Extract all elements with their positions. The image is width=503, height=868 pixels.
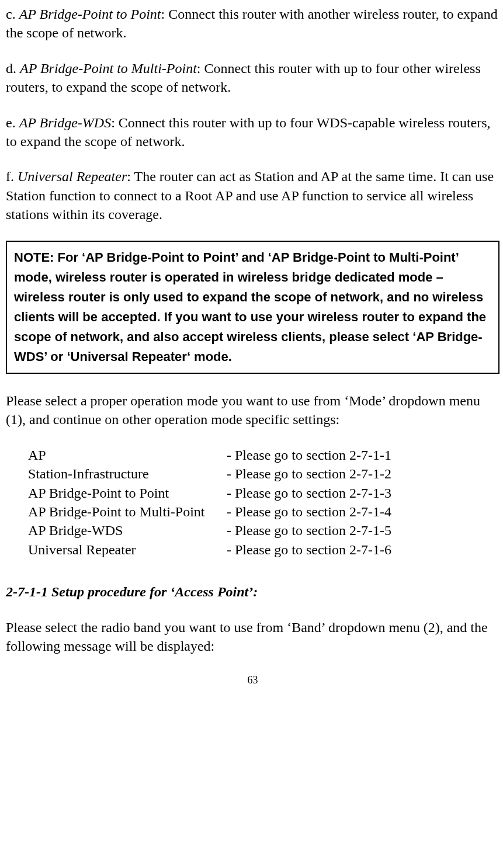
- mode-row: Universal Repeater - Please go to sectio…: [28, 540, 499, 559]
- paragraph-c: c. AP Bridge-Point to Point: Connect thi…: [6, 5, 499, 43]
- prefix-d: d.: [6, 61, 20, 76]
- prefix-f: f.: [6, 169, 18, 184]
- note-box: NOTE: For ‘AP Bridge-Point to Point’ and…: [6, 241, 499, 374]
- section-heading: 2-7-1-1 Setup procedure for ‘Access Poin…: [6, 582, 499, 601]
- title-e: AP Bridge-WDS: [19, 115, 112, 130]
- mode-list: AP - Please go to section 2-7-1-1 Statio…: [28, 446, 499, 559]
- mode-section: - Please go to section 2-7-1-4: [227, 502, 391, 521]
- paragraph-f: f. Universal Repeater: The router can ac…: [6, 167, 499, 224]
- mode-section: - Please go to section 2-7-1-3: [227, 484, 391, 502]
- mode-label: AP Bridge-Point to Point: [28, 484, 227, 502]
- band-paragraph: Please select the radio band you want to…: [6, 618, 499, 656]
- mode-row: AP Bridge-Point to Point - Please go to …: [28, 484, 499, 502]
- mode-label: Universal Repeater: [28, 540, 227, 559]
- title-d: AP Bridge-Point to Multi-Point: [20, 61, 197, 76]
- mode-row: AP Bridge-WDS - Please go to section 2-7…: [28, 521, 499, 540]
- mode-row: AP - Please go to section 2-7-1-1: [28, 446, 499, 464]
- mode-section: - Please go to section 2-7-1-6: [227, 540, 391, 559]
- mode-label: Station-Infrastructure: [28, 464, 227, 483]
- paragraph-d: d. AP Bridge-Point to Multi-Point: Conne…: [6, 59, 499, 97]
- title-c: AP Bridge-Point to Point: [19, 6, 161, 22]
- page-number: 63: [6, 673, 499, 687]
- mode-section: - Please go to section 2-7-1-2: [227, 464, 391, 483]
- mode-row: AP Bridge-Point to Multi-Point - Please …: [28, 502, 499, 521]
- after-note-paragraph: Please select a proper operation mode yo…: [6, 391, 499, 429]
- title-f: Universal Repeater: [18, 169, 127, 184]
- mode-label: AP Bridge-WDS: [28, 521, 227, 540]
- mode-label: AP Bridge-Point to Multi-Point: [28, 502, 227, 521]
- note-text: NOTE: For ‘AP Bridge-Point to Point’ and…: [14, 250, 486, 364]
- mode-section: - Please go to section 2-7-1-1: [227, 446, 391, 464]
- prefix-c: c.: [6, 6, 19, 22]
- prefix-e: e.: [6, 115, 19, 130]
- mode-row: Station-Infrastructure - Please go to se…: [28, 464, 499, 483]
- paragraph-e: e. AP Bridge-WDS: Connect this router wi…: [6, 113, 499, 151]
- mode-label: AP: [28, 446, 227, 464]
- mode-section: - Please go to section 2-7-1-5: [227, 521, 391, 540]
